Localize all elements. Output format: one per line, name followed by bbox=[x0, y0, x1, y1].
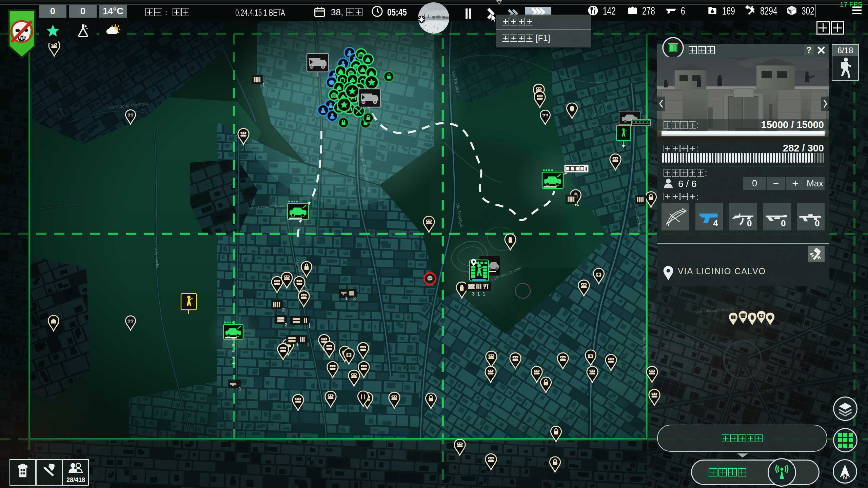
svg-text:2: 2 bbox=[285, 322, 288, 327]
svg-text:2: 2 bbox=[282, 307, 285, 312]
svg-text:1: 1 bbox=[307, 342, 310, 347]
svg-text:1: 1 bbox=[576, 201, 579, 207]
svg-text:1: 1 bbox=[239, 386, 241, 391]
svg-text:|: | bbox=[309, 323, 310, 328]
svg-text:2: 2 bbox=[353, 296, 356, 301]
svg-text:1: 1 bbox=[262, 82, 265, 87]
svg-text:3 1 1: 3 1 1 bbox=[472, 291, 485, 297]
svg-text:N: N bbox=[843, 474, 847, 480]
svg-text:1: 1 bbox=[345, 296, 348, 301]
